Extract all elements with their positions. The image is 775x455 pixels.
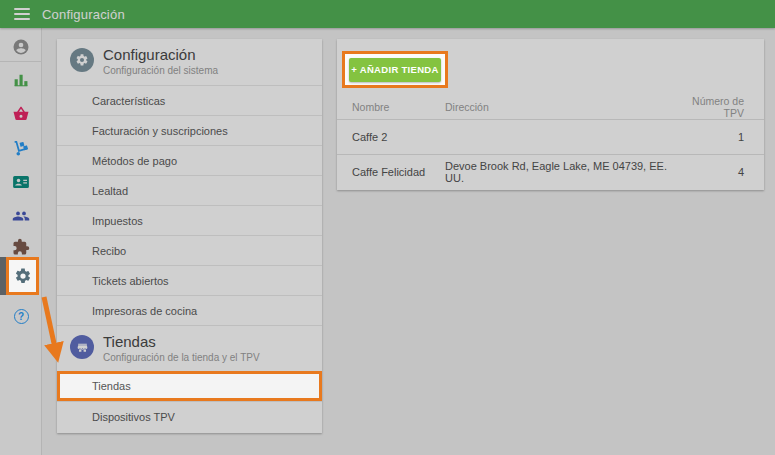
store-address: Devoe Brook Rd, Eagle Lake, ME 04739, EE… — [445, 160, 669, 184]
help-icon: ? — [14, 309, 29, 324]
store-tpv-count: 1 — [669, 131, 764, 143]
sidebar-divider — [0, 61, 42, 62]
sidebar-item-customers[interactable] — [0, 204, 42, 228]
profile-icon — [12, 38, 30, 56]
section-title: Tiendas — [103, 333, 156, 350]
column-header-numero-tpv: Número de TPV — [669, 95, 764, 119]
highlight-box-add-store: + AÑADIR TIENDA — [342, 51, 448, 88]
section-subtitle: Configuración del sistema — [103, 65, 218, 76]
menu-item-tickets-abiertos[interactable]: Tickets abiertos — [57, 265, 322, 295]
sidebar-item-inventory[interactable] — [0, 136, 42, 160]
sidebar: ? — [0, 28, 42, 455]
hamburger-menu-icon[interactable] — [14, 8, 30, 20]
sidebar-item-reports[interactable] — [0, 68, 42, 92]
menu-item-facturacion[interactable]: Facturación y suscripciones — [57, 115, 322, 145]
settings-section-header: Configuración Configuración del sistema — [57, 39, 322, 85]
highlight-box-settings[interactable] — [6, 257, 39, 295]
section-subtitle: Configuración de la tienda y el TPV — [103, 352, 260, 363]
menu-item-tiendas[interactable]: Tiendas — [57, 371, 322, 401]
table-row[interactable]: Caffe Felicidad Devoe Brook Rd, Eagle La… — [337, 154, 764, 188]
hand-truck-icon — [12, 139, 30, 157]
menu-item-label: Tiendas — [92, 380, 131, 392]
store-icon — [70, 335, 94, 359]
store-name: Caffe Felicidad — [337, 166, 445, 178]
table-row[interactable]: Caffe 2 1 — [337, 120, 764, 154]
menu-item-impresoras-de-cocina[interactable]: Impresoras de cocina — [57, 295, 322, 325]
top-bar: Configuración — [0, 0, 775, 28]
add-store-button[interactable]: + AÑADIR TIENDA — [349, 58, 441, 82]
menu-item-caracteristicas[interactable]: Características — [57, 85, 322, 115]
sidebar-item-profile[interactable] — [0, 35, 42, 59]
menu-item-dispositivos-tpv[interactable]: Dispositivos TPV — [57, 401, 322, 431]
gear-icon — [70, 48, 94, 72]
section-title: Configuración — [103, 46, 196, 63]
table-header-row: Nombre Dirección Número de TPV — [337, 95, 764, 120]
gear-icon — [14, 267, 32, 285]
menu-item-lealtad[interactable]: Lealtad — [57, 175, 322, 205]
sidebar-item-help[interactable]: ? — [0, 304, 42, 328]
menu-item-impuestos[interactable]: Impuestos — [57, 205, 322, 235]
bar-chart-icon — [12, 71, 30, 89]
sidebar-item-apps[interactable] — [0, 235, 42, 259]
menu-item-recibo[interactable]: Recibo — [57, 235, 322, 265]
menu-item-metodos-de-pago[interactable]: Métodos de pago — [57, 145, 322, 175]
people-icon — [12, 207, 30, 225]
basket-icon — [12, 105, 30, 123]
column-header-nombre: Nombre — [337, 101, 445, 113]
stores-section-header: Tiendas Configuración de la tienda y el … — [57, 325, 322, 371]
store-name: Caffe 2 — [337, 131, 445, 143]
contact-card-icon — [12, 173, 30, 191]
page-title: Configuración — [42, 7, 125, 22]
sidebar-item-employees[interactable] — [0, 170, 42, 194]
sidebar-item-items[interactable] — [0, 102, 42, 126]
column-header-direccion: Dirección — [445, 101, 669, 113]
puzzle-icon — [12, 238, 30, 256]
store-tpv-count: 4 — [669, 166, 764, 178]
